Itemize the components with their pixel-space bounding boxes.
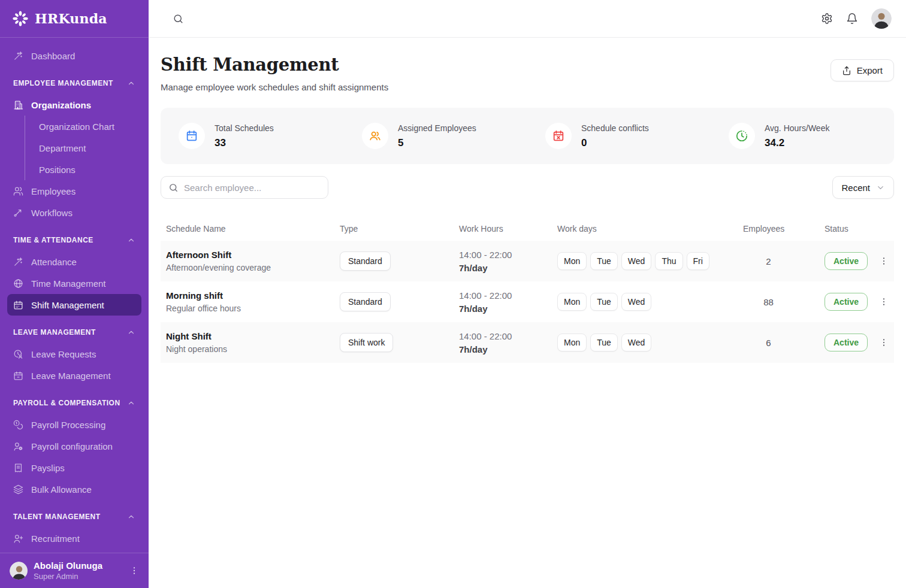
page-subtitle: Manage employee work schedules and shift… (161, 82, 388, 92)
calendar-icon (179, 123, 205, 149)
day-chip: Mon (557, 293, 587, 311)
sidebar-item-bulk-allowance[interactable]: Bulk Allowance (7, 478, 141, 500)
sidebar-item-time-management[interactable]: Time Management (7, 272, 141, 294)
layers-icon (13, 484, 23, 495)
day-chip: Wed (621, 334, 652, 351)
topbar-search-icon[interactable] (173, 13, 184, 25)
schedules-table: Schedule Name Type Work Hours Work days … (161, 217, 894, 363)
sidebar-item-shift-management[interactable]: Shift Management (7, 294, 141, 316)
stat-value: 33 (215, 137, 274, 149)
stat-label: Total Schedules (215, 123, 274, 133)
sidebar-item-leave-requests[interactable]: Leave Requests (7, 343, 141, 365)
sidebar-item-organizations[interactable]: Organizations (7, 94, 141, 116)
hours-range: 14:00 - 22:00 (459, 331, 552, 341)
sidebar-item-attendance[interactable]: Attendance (7, 251, 141, 272)
sidebar-item-payroll-configuration[interactable]: Payroll configuration (7, 435, 141, 457)
sidebar-item-dashboard[interactable]: Dashboard (7, 45, 141, 66)
type-cell: Standard (334, 251, 454, 271)
coins-icon (13, 420, 23, 430)
schedule-name-cell: Afternoon Shift Afternoon/evening covera… (161, 250, 334, 272)
calendar-minus-icon (13, 371, 23, 381)
table-row[interactable]: Night Shift Night operations Shift work … (161, 322, 894, 363)
stat-avg-hours: Avg. Hours/Week 34.2 (711, 123, 894, 149)
sidebar-item-employees[interactable]: Employees (7, 180, 141, 202)
chevron-up-icon (127, 513, 135, 521)
sub-item-label: Department (39, 143, 86, 153)
hours-per-day: 7h/day (459, 304, 552, 314)
sidebar-section-payroll-compensation[interactable]: PAYROLL & COMPENSATION (7, 392, 141, 414)
clock-user-icon (13, 349, 23, 359)
sidebar-item-label: Dashboard (31, 51, 75, 61)
sidebar-item-payroll-processing[interactable]: Payroll Processing (7, 414, 141, 435)
schedule-name: Morning shift (166, 290, 334, 301)
sidebar-item-payslips[interactable]: Payslips (7, 457, 141, 478)
search-input[interactable] (184, 183, 321, 193)
export-button[interactable]: Export (830, 59, 894, 81)
sidebar-item-positions[interactable]: Positions (25, 159, 141, 180)
sidebar-item-workflows[interactable]: Workflows (7, 202, 141, 223)
col-schedule-name: Schedule Name (161, 224, 334, 234)
sidebar-user-panel[interactable]: Abolaji Olunuga Super Admin (0, 553, 149, 588)
sub-item-label: Organization Chart (39, 122, 114, 132)
sidebar-section-leave-management[interactable]: LEAVE MANAGEMENT (7, 322, 141, 343)
sidebar-item-label: Organizations (31, 100, 91, 110)
stat-value: 0 (581, 137, 649, 149)
stat-label: Schedule conflicts (581, 123, 649, 133)
sidebar-section-employee-management[interactable]: EMPLOYEE MANAGEMENT (7, 72, 141, 94)
work-days-cell: Mon Tue Wed Thu Fri (552, 252, 738, 270)
stat-value: 5 (398, 137, 476, 149)
row-menu-kebab-icon[interactable] (873, 338, 894, 347)
calendar-x-icon (545, 123, 572, 149)
col-work-days: Work days (552, 224, 738, 234)
type-badge: Standard (340, 292, 391, 311)
status-badge: Active (825, 293, 868, 311)
sidebar-section-talent-management[interactable]: TALENT MANAGEMENT (7, 506, 141, 528)
table-row[interactable]: Morning shift Regular office hours Stand… (161, 281, 894, 322)
status-cell: Active (819, 252, 873, 270)
sidebar-item-label: Recruitment (31, 534, 80, 544)
user-avatar (10, 562, 28, 580)
sidebar-section-time-attendance[interactable]: TIME & ATTENDANCE (7, 229, 141, 251)
sidebar-item-organization-chart[interactable]: Organization Chart (25, 116, 141, 137)
row-menu-kebab-icon[interactable] (873, 256, 894, 266)
stat-label: Avg. Hours/Week (765, 123, 829, 133)
user-role: Super Admin (34, 572, 123, 581)
schedule-name-cell: Night Shift Night operations (161, 331, 334, 354)
section-label: EMPLOYEE MANAGEMENT (13, 79, 113, 87)
main-area: Shift Management Manage employee work sc… (149, 0, 906, 588)
sidebar-item-leave-management[interactable]: Leave Management (7, 365, 141, 386)
row-menu-kebab-icon[interactable] (873, 297, 894, 307)
day-chip: Mon (557, 252, 587, 270)
work-hours-cell: 14:00 - 22:00 7h/day (454, 250, 552, 273)
schedule-name: Night Shift (166, 331, 334, 341)
sidebar-item-label: Workflows (31, 208, 73, 218)
sidebar-nav: Dashboard EMPLOYEE MANAGEMENT Organizati… (0, 38, 149, 553)
user-menu-kebab-icon[interactable] (129, 566, 139, 575)
brand-logo: HRKunda (0, 0, 149, 38)
sort-dropdown-label: Recent (841, 183, 870, 193)
export-button-label: Export (857, 65, 883, 75)
profile-avatar[interactable] (871, 8, 892, 29)
users-icon (362, 123, 388, 149)
notifications-bell-icon[interactable] (846, 13, 858, 25)
sidebar-item-recruitment[interactable]: Recruitment (7, 528, 141, 549)
brand-name: HRKunda (35, 11, 107, 26)
col-status: Status (819, 224, 873, 234)
section-label: TIME & ATTENDANCE (13, 236, 93, 244)
calendar-icon (13, 300, 23, 310)
user-plus-icon (13, 534, 23, 544)
type-badge: Standard (340, 251, 391, 271)
hours-per-day: 7h/day (459, 344, 552, 354)
sidebar-item-department[interactable]: Department (25, 137, 141, 159)
day-chip: Wed (621, 293, 652, 311)
user-meta: Abolaji Olunuga Super Admin (34, 560, 123, 581)
table-row[interactable]: Afternoon Shift Afternoon/evening covera… (161, 241, 894, 281)
status-badge: Active (825, 334, 868, 351)
organizations-submenu: Organization Chart Department Positions (25, 116, 141, 180)
settings-gear-icon[interactable] (821, 13, 833, 25)
sort-dropdown[interactable]: Recent (832, 176, 894, 199)
sidebar-item-label: Employees (31, 186, 76, 196)
page-title: Shift Management (161, 54, 388, 75)
search-icon (168, 183, 179, 193)
col-type: Type (334, 224, 454, 234)
